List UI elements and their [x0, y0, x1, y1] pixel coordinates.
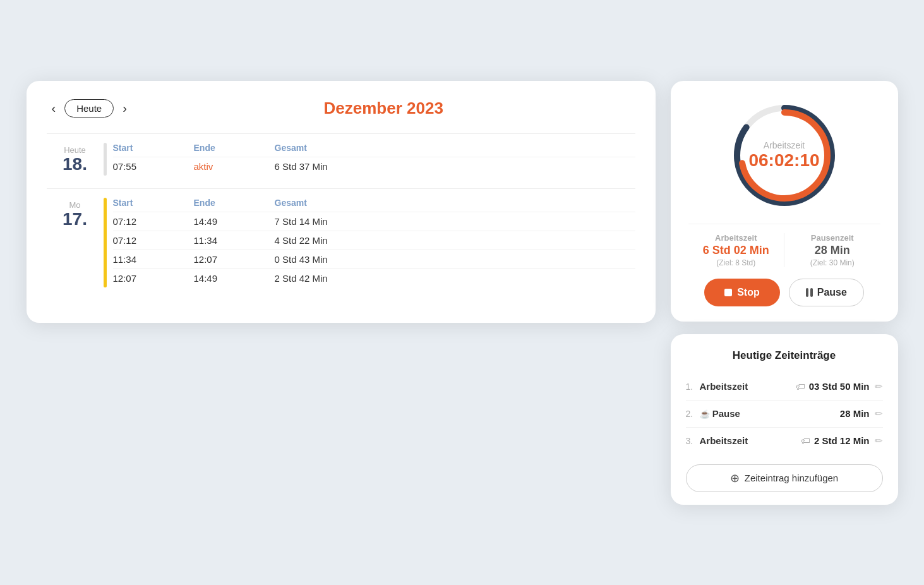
day-row-today: Heute 18. Start Ende Gesamt 07:55 aktiv …	[47, 133, 635, 181]
entry-total-0: 4 Std 22 Min	[275, 235, 635, 246]
arbeitszeit-stat-label: Arbeitszeit	[688, 233, 784, 243]
ende-val-mo17: 14:49	[194, 216, 270, 227]
time-entry-mo17-0: 07:12 11:34 4 Std 22 Min	[113, 231, 635, 250]
pause-label: Pause	[817, 287, 847, 298]
day-section-mo17: Mo 17. Start Ende Gesamt 07:12 14:49 7 S…	[47, 188, 635, 292]
entry-start-1: 11:34	[113, 254, 189, 265]
timer-arbeitszeit-label: Arbeitszeit	[748, 140, 819, 150]
plus-icon: ⊕	[730, 471, 740, 485]
entries-card-wrapper: Heutige Zeiteinträge 1. Arbeitszeit 🏷 03…	[671, 334, 898, 505]
entry-item-3: 3. Arbeitszeit 🏷 2 Std 12 Min ✏	[686, 428, 883, 454]
pausenzeit-stat-value: 28 Min	[784, 244, 880, 257]
day-row-mo17: Mo 17. Start Ende Gesamt 07:12 14:49 7 S…	[47, 188, 635, 292]
entry-tag-3: 🏷	[801, 435, 810, 446]
entry-num-3: 3.	[686, 436, 700, 446]
entry-tag-1: 🏷	[796, 381, 805, 392]
gesamt-col-label-today: Gesamt	[275, 143, 635, 153]
entry-start-0: 07:12	[113, 235, 189, 246]
gesamt-val-today: 6 Std 37 Min	[275, 161, 635, 172]
entry-total-2: 2 Std 42 Min	[275, 273, 635, 284]
pause-coffee-icon: ☕	[700, 409, 710, 419]
entry-num-2: 2.	[686, 409, 700, 419]
entry-duration-2: 28 Min	[840, 408, 870, 419]
day-num-today: 18.	[63, 155, 87, 174]
day-num-mo17: 17.	[63, 210, 87, 229]
entry-total-1: 0 Std 43 Min	[275, 254, 635, 265]
entries-title: Heutige Zeiteinträge	[686, 349, 883, 362]
entry-item-2: 2. ☕ Pause 28 Min ✏	[686, 401, 883, 428]
entry-duration-3: 2 Std 12 Min	[814, 435, 870, 446]
timer-circle: Arbeitszeit 06:02:10	[728, 99, 841, 212]
entry-item-1: 1. Arbeitszeit 🏷 03 Std 50 Min ✏	[686, 373, 883, 401]
stop-button[interactable]: Stop	[704, 279, 780, 306]
time-entry-mo17-2: 12:07 14:49 2 Std 42 Min	[113, 268, 635, 287]
entries-card: Heutige Zeiteinträge 1. Arbeitszeit 🏷 03…	[671, 334, 898, 505]
gesamt-val-mo17: 7 Std 14 Min	[275, 216, 635, 227]
entry-duration-1: 03 Std 50 Min	[809, 381, 870, 392]
entry-type-1: Arbeitszeit	[700, 381, 796, 392]
right-column: Arbeitszeit 06:02:10 Arbeitszeit 6 Std 0…	[671, 81, 898, 505]
calendar-title: Dezember 2023	[132, 99, 635, 118]
pause-label-text: Pause	[712, 408, 740, 419]
time-entry-mo17-summary: 07:12 14:49 7 Std 14 Min	[113, 212, 635, 231]
pausenzeit-stat-goal: (Ziel: 30 Min)	[784, 258, 880, 267]
start-val-mo17: 07:12	[113, 216, 189, 227]
pause-bar-1	[806, 288, 808, 297]
today-button[interactable]: Heute	[64, 99, 114, 118]
time-entries-mo17: Start Ende Gesamt 07:12 14:49 7 Std 14 M…	[113, 198, 635, 287]
entry-end-1: 12:07	[194, 254, 270, 265]
entry-edit-2[interactable]: ✏	[875, 408, 883, 419]
day-section-today: Heute 18. Start Ende Gesamt 07:55 aktiv …	[47, 133, 635, 181]
start-col-label-today: Start	[113, 143, 189, 153]
timer-circle-label: Arbeitszeit 06:02:10	[748, 140, 819, 171]
entry-end-0: 11:34	[194, 235, 270, 246]
arbeitszeit-stat-goal: (Ziel: 8 Std)	[688, 258, 784, 267]
day-indicator-mo17	[104, 198, 107, 287]
timer-time-value: 06:02:10	[748, 150, 819, 171]
timer-card: Arbeitszeit 06:02:10 Arbeitszeit 6 Std 0…	[671, 81, 898, 322]
pausenzeit-stat-label: Pausenzeit	[784, 233, 880, 243]
time-header-today: Start Ende Gesamt	[113, 143, 635, 157]
start-col-label-mo17: Start	[113, 198, 189, 208]
next-month-button[interactable]: ›	[117, 99, 132, 118]
entry-start-2: 12:07	[113, 273, 189, 284]
timer-circle-container: Arbeitszeit 06:02:10	[688, 99, 880, 212]
calendar-header: ‹ Heute › Dezember 2023	[47, 99, 635, 118]
timer-stat-pausenzeit: Pausenzeit 28 Min (Ziel: 30 Min)	[784, 233, 880, 267]
pause-bar-2	[810, 288, 813, 297]
time-entry-today-main: 07:55 aktiv 6 Std 37 Min	[113, 157, 635, 176]
day-indicator-today	[104, 143, 107, 176]
pause-icon	[806, 288, 813, 297]
entry-end-2: 14:49	[194, 273, 270, 284]
calendar-card: ‹ Heute › Dezember 2023 Heute 18. Start …	[27, 81, 656, 323]
day-name-today: Heute	[64, 145, 86, 155]
ende-col-label-mo17: Ende	[194, 198, 270, 208]
gesamt-col-label-mo17: Gesamt	[275, 198, 635, 208]
entry-edit-3[interactable]: ✏	[875, 435, 883, 447]
day-label-today: Heute 18.	[47, 143, 104, 174]
arbeitszeit-stat-value: 6 Std 02 Min	[688, 244, 784, 257]
time-header-mo17: Start Ende Gesamt	[113, 198, 635, 212]
entry-edit-1[interactable]: ✏	[875, 381, 883, 392]
ende-col-label-today: Ende	[194, 143, 270, 153]
timer-stats: Arbeitszeit 6 Std 02 Min (Ziel: 8 Std) P…	[688, 224, 880, 267]
pause-button[interactable]: Pause	[789, 279, 864, 306]
add-entry-button[interactable]: ⊕ Zeiteintrag hinzufügen	[686, 464, 883, 492]
timer-buttons: Stop Pause	[688, 279, 880, 306]
timer-stat-arbeitszeit: Arbeitszeit 6 Std 02 Min (Ziel: 8 Std)	[688, 233, 784, 267]
stop-icon	[724, 289, 732, 296]
add-entry-label: Zeiteintrag hinzufügen	[745, 473, 838, 483]
time-entry-mo17-1: 11:34 12:07 0 Std 43 Min	[113, 250, 635, 268]
stop-label: Stop	[737, 287, 760, 298]
entry-type-3: Arbeitszeit	[700, 435, 801, 446]
prev-month-button[interactable]: ‹	[47, 99, 61, 118]
day-name-mo17: Mo	[69, 200, 80, 210]
start-val-today: 07:55	[113, 161, 189, 172]
ende-val-today: aktiv	[194, 161, 270, 172]
entry-type-2: ☕ Pause	[700, 408, 840, 419]
entry-num-1: 1.	[686, 382, 700, 392]
day-label-mo17: Mo 17.	[47, 198, 104, 229]
time-entries-today: Start Ende Gesamt 07:55 aktiv 6 Std 37 M…	[113, 143, 635, 176]
